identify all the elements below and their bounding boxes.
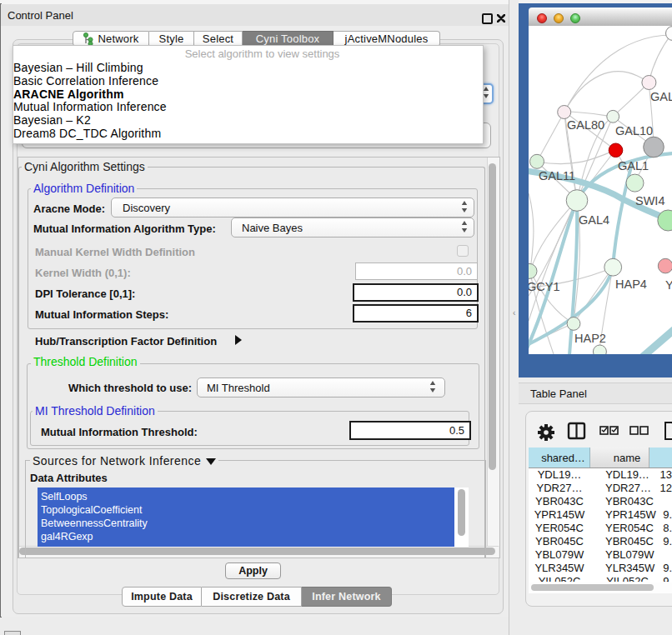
svg-text:SWI4: SWI4 <box>635 194 664 208</box>
svg-text:YJ: YJ <box>665 278 672 292</box>
svg-text:HAP4: HAP4 <box>615 278 647 291</box>
svg-text:GCY1: GCY1 <box>529 280 560 293</box>
svg-text:GAL7: GAL7 <box>650 90 672 103</box>
svg-text:GAL11: GAL11 <box>539 169 575 182</box>
svg-text:HAP2: HAP2 <box>574 332 606 345</box>
svg-text:GAL80: GAL80 <box>567 118 604 132</box>
svg-text:GAL10: GAL10 <box>615 124 653 138</box>
svg-text:GAL1: GAL1 <box>618 159 649 172</box>
svg-text:GAL4: GAL4 <box>579 213 609 227</box>
